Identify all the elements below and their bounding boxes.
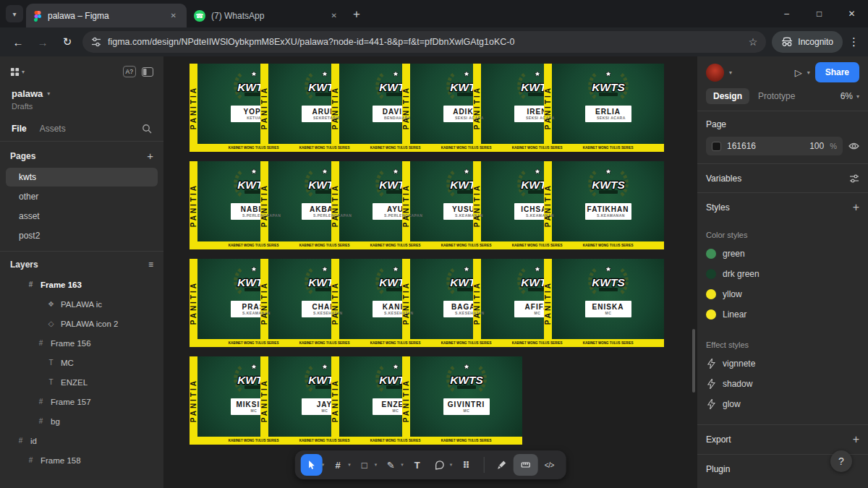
panel-toggle-icon[interactable] <box>142 67 153 77</box>
color-style-item[interactable]: green <box>706 244 859 264</box>
ai-badge-icon[interactable]: A? <box>123 66 136 77</box>
panitia-card[interactable]: PANITIA KWTS ICHSAN S.KEAMANAN KABINET W… <box>473 161 542 249</box>
canvas-scrollbar[interactable] <box>692 329 695 393</box>
panitia-card[interactable]: PANITIA KWTS ARUM SEKRETARIS KABINET WON… <box>260 64 329 152</box>
tab-prototype[interactable]: Prototype <box>751 88 802 104</box>
effect-style-item[interactable]: glow <box>706 394 859 414</box>
page-color-hex[interactable]: 161616 <box>727 141 756 151</box>
add-style-button[interactable]: + <box>853 201 859 214</box>
panitia-card[interactable]: PANITIA KWTS JAY MC KABINET WONG TULUS S… <box>260 356 329 445</box>
add-export-button[interactable]: + <box>853 433 859 446</box>
pen-tool-button[interactable]: ✎ <box>380 454 401 476</box>
file-name[interactable]: palawa ▾ <box>12 88 152 99</box>
tab-close-icon[interactable]: ✕ <box>328 10 340 21</box>
layer-item[interactable]: # id <box>0 431 163 450</box>
visibility-eye-icon[interactable] <box>848 142 859 150</box>
tab-design[interactable]: Design <box>706 88 749 104</box>
layer-item[interactable]: ◇ PALAWA icon 2 <box>0 314 163 333</box>
minimize-button[interactable]: – <box>770 0 803 27</box>
effect-style-item[interactable]: vignnete <box>706 354 859 374</box>
reload-button[interactable]: ↻ <box>58 35 77 48</box>
layer-item[interactable]: # Frame 156 <box>0 333 163 353</box>
page-item[interactable]: kwts <box>6 168 158 187</box>
layer-item[interactable]: # Frame 157 <box>0 392 163 411</box>
canvas[interactable]: PANITIA KWTS YOPI KETUA KABINET WONG TUL… <box>163 56 697 488</box>
dev-code-button[interactable]: </> <box>538 454 560 476</box>
main-menu-button[interactable]: ▾ <box>10 67 25 77</box>
add-page-button[interactable]: + <box>147 150 153 162</box>
actions-button[interactable]: ⠿ <box>455 454 477 476</box>
page-item[interactable]: asset <box>6 207 158 226</box>
present-chevron-icon[interactable]: ▾ <box>807 69 810 76</box>
tab-search-button[interactable]: ▾ <box>6 5 23 22</box>
move-tool-button[interactable] <box>301 454 323 476</box>
browser-menu-icon[interactable]: ⋮ <box>848 35 859 48</box>
new-tab-button[interactable]: + <box>353 7 360 22</box>
present-icon[interactable]: ▷ <box>795 67 802 78</box>
panitia-card[interactable]: PANITIA KWTS MIKSILA MC KABINET WONG TUL… <box>190 356 258 445</box>
share-button[interactable]: Share <box>815 62 859 82</box>
user-avatar[interactable] <box>706 64 724 82</box>
close-window-button[interactable]: ✕ <box>835 0 868 27</box>
color-style-item[interactable]: drk green <box>706 264 859 284</box>
browser-tab-whatsapp[interactable]: ☎ (7) WhatsApp ✕ <box>187 4 347 27</box>
frame-tool-chevron-icon[interactable]: ▾ <box>348 462 351 468</box>
layer-item[interactable]: # Frame 163 <box>0 275 163 294</box>
page-opacity-value[interactable]: 100 <box>809 141 824 151</box>
panitia-card[interactable]: PANITIA KWTS ADIKA SEKSI ACARA KABINET W… <box>402 64 471 152</box>
effect-style-item[interactable]: shadow <box>706 374 859 394</box>
tab-file[interactable]: File <box>12 124 27 134</box>
panitia-card[interactable]: PANITIA KWTS YOPI KETUA KABINET WONG TUL… <box>190 64 258 152</box>
text-tool-button[interactable]: T <box>407 454 428 476</box>
zoom-level[interactable]: 6% ▾ <box>841 91 859 101</box>
site-settings-icon[interactable] <box>91 37 101 47</box>
back-button[interactable]: ← <box>9 36 27 48</box>
panitia-card[interactable]: PANITIA KWTS NABIL S.PERLENGKAPAN KABINE… <box>190 161 258 249</box>
tab-assets[interactable]: Assets <box>40 124 66 134</box>
layers-options-icon[interactable]: ≡ <box>148 260 153 270</box>
pen-tool-chevron-icon[interactable]: ▾ <box>401 462 404 468</box>
variables-icon[interactable] <box>849 174 859 184</box>
bookmark-icon[interactable]: ☆ <box>749 36 758 48</box>
forward-button[interactable]: → <box>33 36 52 48</box>
url-text[interactable]: figma.com/design/NPdteIIWSlOybkpmM8ExXU/… <box>108 37 742 47</box>
design-mode-button[interactable] <box>490 454 512 476</box>
layer-item[interactable]: # Frame 158 <box>0 450 163 470</box>
panitia-card[interactable]: PANITIA KWTS BAGAS S.KESEHATAN KABINET W… <box>402 259 471 347</box>
panitia-card[interactable]: PANITIA KWTS GIVINTRI MC KABINET WONG TU… <box>402 356 471 445</box>
page-item[interactable]: other <box>6 187 158 206</box>
panitia-card[interactable]: PANITIA KWTS FATIKHAN S.KEAMANAN KABINET… <box>544 161 613 249</box>
layer-item[interactable]: T ENZEL <box>0 372 163 392</box>
maximize-button[interactable]: □ <box>803 0 835 27</box>
color-style-item[interactable]: Linear <box>706 304 859 325</box>
frame-tool-button[interactable]: # <box>327 454 349 476</box>
browser-tab-figma[interactable]: palawa – Figma ✕ <box>26 4 187 27</box>
avatar-chevron-icon[interactable]: ▾ <box>729 69 732 76</box>
color-style-item[interactable]: yllow <box>706 284 859 304</box>
address-bar[interactable]: figma.com/design/NPdteIIWSlOybkpmM8ExXU/… <box>82 31 766 53</box>
layer-item[interactable]: T MC <box>0 353 163 372</box>
comment-tool-button[interactable] <box>429 454 451 476</box>
panitia-card[interactable]: PANITIA KWTS CHAM S.KESEHATAN KABINET WO… <box>260 259 329 347</box>
search-icon[interactable] <box>142 124 152 134</box>
panitia-card[interactable]: PANITIA KWTS PRAS S.KEAMANAN KABINET WON… <box>190 259 258 347</box>
panitia-card[interactable]: PANITIA KWTS AFIFA MC KABINET WONG TULUS… <box>473 259 542 347</box>
variables-section[interactable]: Variables <box>697 163 868 192</box>
panitia-card[interactable]: PANITIA KWTS AKBAR S.PERLENGKAPAN KABINE… <box>260 161 329 249</box>
page-color-field[interactable]: 161616 100 % <box>706 137 843 155</box>
panitia-card[interactable]: PANITIA KWTS AYU S.PERLENGKAPAN KABINET … <box>331 161 400 249</box>
panitia-card[interactable]: PANITIA KWTS IREN SEKSI ACARA KABINET WO… <box>473 64 542 152</box>
panitia-card[interactable]: PANITIA KWTS YUSUF S.KEAMANAN KABINET WO… <box>402 161 471 249</box>
shape-tool-button[interactable]: □ <box>354 454 375 476</box>
layer-item[interactable]: ❖ PALAWA ic <box>0 294 163 314</box>
dev-mode-toggle[interactable] <box>513 454 537 476</box>
panitia-card[interactable]: PANITIA KWTS KANIZ S.KESEHATAN KABINET W… <box>331 259 400 347</box>
shape-tool-chevron-icon[interactable]: ▾ <box>375 462 378 468</box>
tab-close-icon[interactable]: ✕ <box>168 10 179 21</box>
panitia-card[interactable]: PANITIA KWTS ENZEL MC KABINET WONG TULUS… <box>331 356 400 445</box>
panitia-card[interactable]: PANITIA KWTS ERLIA SEKSI ACARA KABINET W… <box>544 64 613 152</box>
page-item[interactable]: post2 <box>6 226 158 245</box>
help-button[interactable]: ? <box>830 450 852 472</box>
panitia-card[interactable]: PANITIA KWTS DAVIN BENDAHARA KABINET WON… <box>331 64 400 152</box>
layer-item[interactable]: # bg <box>0 411 163 431</box>
